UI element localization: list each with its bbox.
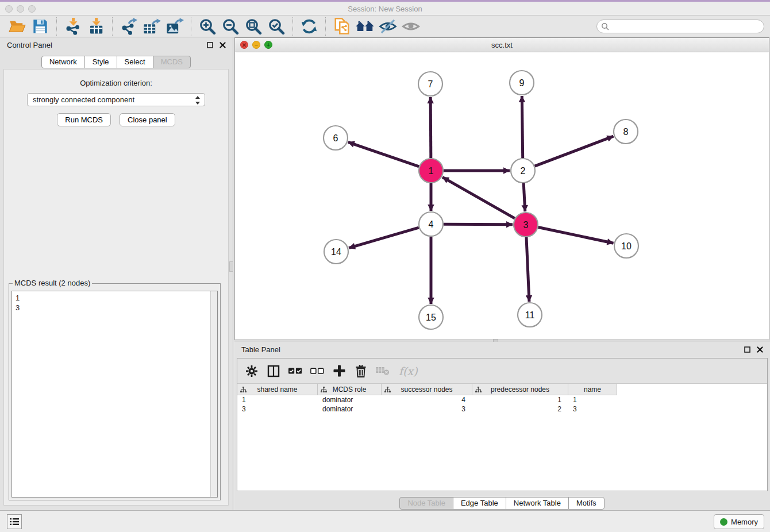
export-image-icon[interactable]: [165, 17, 184, 36]
cell-shared-name[interactable]: 3: [237, 404, 318, 414]
table-tab-motifs[interactable]: Motifs: [568, 497, 605, 510]
tab-style[interactable]: Style: [84, 56, 117, 68]
column-header-mcds-role[interactable]: MCDS role: [318, 384, 382, 395]
tab-network[interactable]: Network: [41, 56, 85, 68]
column-header-predecessor-nodes[interactable]: predecessor nodes: [472, 384, 568, 395]
node-14[interactable]: 14: [324, 240, 348, 264]
hide-graphics-eye-icon[interactable]: [378, 17, 398, 36]
control-panel: Control Panel NetworkStyleSelectMCDS Opt…: [0, 37, 233, 510]
delete-column-trash-icon[interactable]: [354, 364, 368, 378]
panel-splitter-grip[interactable]: [229, 261, 233, 272]
refresh-view-icon[interactable]: [299, 17, 319, 36]
node-2[interactable]: 2: [511, 159, 535, 183]
toolbar-separator: [191, 17, 191, 36]
zoom-out-icon[interactable]: [221, 17, 240, 36]
edge-3-11[interactable]: [526, 237, 529, 302]
result-scrollbar[interactable]: [210, 291, 217, 497]
network-maximize-icon[interactable]: +: [264, 41, 272, 49]
node-4[interactable]: 4: [419, 212, 443, 236]
close-panel-button[interactable]: Close panel: [120, 113, 175, 126]
edge-1-6[interactable]: [348, 142, 419, 166]
close-panel-icon[interactable]: [219, 41, 226, 48]
node-8[interactable]: 8: [614, 119, 638, 144]
open-folder-icon[interactable]: [7, 17, 27, 36]
select-all-rows-icon[interactable]: [288, 364, 302, 378]
cell-predecessor-nodes[interactable]: 1: [472, 395, 568, 404]
node-11[interactable]: 11: [518, 303, 542, 327]
close-table-panel-icon[interactable]: [756, 346, 763, 353]
edge-2-8[interactable]: [535, 136, 614, 166]
import-network-icon[interactable]: [63, 17, 83, 36]
memory-status-icon: [720, 518, 727, 526]
export-network-icon[interactable]: [119, 17, 138, 36]
table-tab-node-table[interactable]: Node Table: [399, 497, 453, 510]
float-table-panel-icon[interactable]: [744, 346, 750, 353]
node-7[interactable]: 7: [418, 72, 442, 96]
home-view-icon[interactable]: [355, 17, 375, 36]
column-header-shared-name[interactable]: shared name: [237, 384, 318, 395]
node-15[interactable]: 15: [419, 305, 443, 329]
node-3[interactable]: 3: [514, 213, 538, 237]
float-panel-icon[interactable]: [206, 41, 213, 48]
cell-successor-nodes[interactable]: 4: [382, 395, 472, 404]
zoom-selected-icon[interactable]: [267, 17, 286, 36]
column-visibility-icon[interactable]: [267, 364, 280, 378]
copy-network-icon[interactable]: [332, 17, 352, 36]
app-titlebar: Session: New Session: [0, 0, 770, 16]
table-settings-gear-icon[interactable]: [245, 364, 259, 378]
cell-name[interactable]: 1: [568, 395, 617, 404]
edge-1-7[interactable]: [430, 97, 431, 158]
tab-select[interactable]: Select: [117, 56, 153, 68]
task-history-button[interactable]: [7, 514, 22, 529]
edge-4-3[interactable]: [444, 224, 513, 225]
edge-4-14[interactable]: [349, 228, 419, 248]
column-header-name[interactable]: name: [568, 384, 617, 395]
node-9[interactable]: 9: [510, 71, 534, 95]
show-graphics-eye-icon[interactable]: [401, 17, 421, 36]
export-table-icon[interactable]: [142, 17, 161, 36]
cell-name[interactable]: 3: [568, 404, 617, 414]
cell-shared-name[interactable]: 1: [237, 395, 318, 404]
add-column-icon[interactable]: [332, 364, 346, 378]
zoom-in-icon[interactable]: [198, 17, 217, 36]
svg-text:10: 10: [621, 241, 632, 251]
cell-successor-nodes[interactable]: 3: [382, 404, 472, 414]
table-body: 1dominator4113dominator323: [237, 395, 767, 414]
svg-text:2: 2: [521, 166, 526, 176]
tab-mcds[interactable]: MCDS: [153, 56, 191, 68]
memory-button[interactable]: Memory: [714, 514, 764, 529]
zoom-fit-icon[interactable]: [244, 17, 263, 36]
cell-predecessor-nodes[interactable]: 2: [472, 404, 568, 414]
edge-2-9[interactable]: [522, 96, 522, 158]
toolbar-separator: [292, 17, 293, 36]
node-6[interactable]: 6: [324, 126, 348, 150]
column-header-successor-nodes[interactable]: successor nodes: [382, 384, 472, 395]
optimization-criterion-select[interactable]: strongly connected component: [27, 93, 205, 106]
table-tab-network-table[interactable]: Network Table: [506, 497, 569, 510]
node-1[interactable]: 1: [419, 159, 443, 183]
network-canvas[interactable]: 1234678910111415: [235, 52, 769, 340]
node-10[interactable]: 10: [614, 234, 638, 258]
edge-3-10[interactable]: [538, 228, 614, 244]
edge-3-1[interactable]: [442, 177, 515, 218]
network-close-icon[interactable]: ✕: [240, 41, 248, 49]
network-graph[interactable]: 1234678910111415: [235, 52, 769, 340]
toolbar-separator: [56, 17, 57, 36]
table-panel-header: Table Panel: [234, 342, 770, 357]
network-window-titlebar[interactable]: ✕ – + scc.txt: [235, 38, 769, 52]
import-table-icon[interactable]: [86, 17, 106, 36]
deselect-all-rows-icon[interactable]: [310, 364, 324, 378]
table-row[interactable]: 3dominator323: [237, 404, 767, 414]
search-input[interactable]: [596, 20, 764, 33]
control-panel-header: Control Panel: [0, 37, 233, 52]
cell-mcds-role[interactable]: dominator: [318, 404, 382, 414]
network-minimize-icon[interactable]: –: [252, 41, 260, 49]
table-panel-tabs: Node TableEdge TableNetwork TableMotifs: [234, 497, 770, 510]
optimization-criterion-label: Optimization criterion:: [4, 79, 228, 87]
table-row[interactable]: 1dominator411: [237, 395, 767, 404]
run-mcds-button[interactable]: Run MCDS: [57, 113, 111, 126]
cell-mcds-role[interactable]: dominator: [318, 395, 382, 404]
table-tab-edge-table[interactable]: Edge Table: [453, 497, 506, 510]
edge-2-3[interactable]: [523, 183, 525, 211]
save-session-icon[interactable]: [30, 17, 50, 36]
